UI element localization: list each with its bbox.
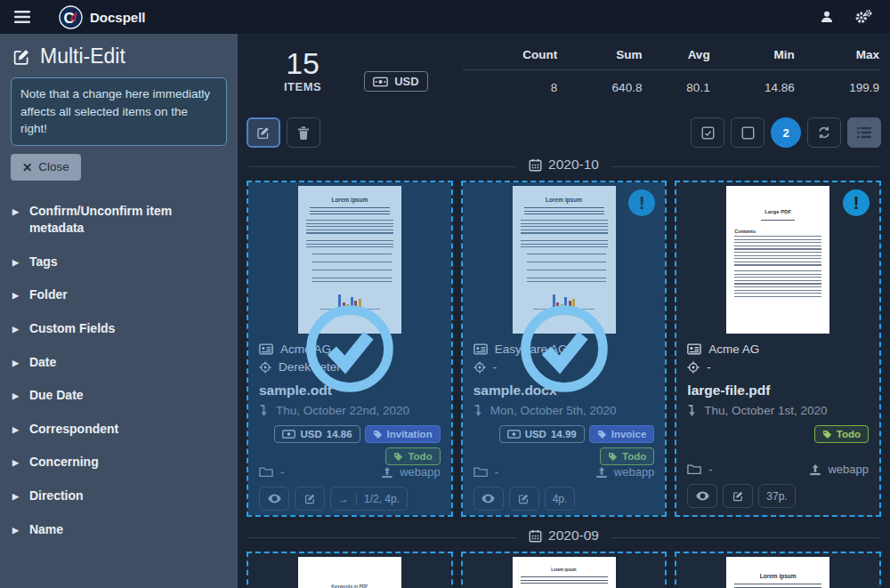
accordion-item-custom-fields[interactable]: ▶ Custom Fields (11, 312, 227, 346)
document-preview[interactable]: Keywords in PDF (248, 553, 451, 588)
accordion-label: Confirm/Unconfirm item metadata (29, 203, 225, 238)
id-card-icon (687, 343, 701, 355)
tag-badge-todo[interactable]: Todo (814, 425, 869, 443)
check-square-icon (701, 126, 715, 140)
close-button-label: Close (38, 160, 69, 173)
document-preview[interactable]: Lorem ipsum (676, 553, 879, 588)
sync-icon (817, 125, 831, 140)
docspell-logo-icon: C d (59, 5, 83, 29)
item-card-sample-odt[interactable]: Lorem ipsum (247, 181, 453, 517)
edit-icon (256, 125, 271, 140)
sidebar-title: Multi-Edit (11, 41, 227, 77)
delete-selected-button[interactable] (287, 117, 320, 148)
preview-doc-title: Keywords in PDF (306, 584, 393, 588)
item-card[interactable]: Keywords in PDF (247, 552, 453, 588)
refresh-button[interactable] (807, 117, 841, 148)
settings-gears-icon[interactable] (854, 9, 872, 25)
svg-text:d: d (70, 10, 77, 23)
accordion-item-direction[interactable]: ▶ Direction (11, 479, 227, 513)
square-icon (741, 126, 755, 140)
item-card-sample-docx[interactable]: ! Lorem ipsum (461, 181, 668, 517)
edit-icon (732, 490, 744, 502)
item-count-value: 15 (284, 48, 321, 80)
selected-count-badge[interactable]: 2 (771, 117, 801, 148)
stats-val-max: 199.9 (797, 70, 881, 106)
caret-right-icon: ▶ (12, 424, 19, 439)
item-badges: Todo (687, 425, 869, 443)
item-card[interactable]: Lorem ipsum (461, 552, 668, 588)
accordion-item-tags[interactable]: ▶ Tags (11, 246, 227, 279)
user-account-icon[interactable] (819, 9, 835, 25)
item-name[interactable]: large-file.pdf (687, 383, 869, 399)
stats-col-avg: Avg (643, 43, 711, 70)
item-date: Thu, October 1st, 2020 (704, 404, 827, 417)
accordion-label: Tags (29, 254, 58, 271)
pages-label: 37p. (766, 490, 787, 503)
accordion-item-confirm-metadata[interactable]: ▶ Confirm/Unconfirm item metadata (11, 195, 227, 246)
caret-right-icon: ▶ (12, 290, 19, 304)
items-content: 15 ITEMS USD Count Sum Avg Min Max 8 640… (238, 34, 890, 588)
item-card-large-file-pdf[interactable]: ! Large PDF Contents Acme AG (675, 181, 881, 517)
hamburger-menu-icon[interactable] (11, 5, 34, 28)
calendar-icon (529, 529, 542, 543)
stats-val-avg: 80.1 (643, 70, 711, 106)
due-alert-icon: ! (843, 189, 870, 216)
document-preview[interactable]: Lorem ipsum (463, 553, 666, 588)
accordion-item-folder[interactable]: ▶ Folder (11, 278, 227, 312)
tag-label: Todo (837, 429, 861, 439)
preview-doc-title: Large PDF (734, 209, 821, 214)
app-title: Docspell (90, 10, 146, 25)
list-view-button[interactable] (847, 117, 881, 148)
multi-edit-note: Note that a change here immediatly affec… (11, 77, 227, 146)
concerning-name: - (707, 360, 711, 374)
multi-edit-toggle-button[interactable] (247, 117, 280, 148)
date-group-header: 2020-10 (247, 157, 881, 176)
currency-badge: USD (364, 71, 427, 92)
accordion-item-concerning[interactable]: ▶ Concerning (11, 446, 227, 479)
arrow-down-icon (687, 404, 697, 417)
source-value: webapp (828, 463, 869, 476)
close-icon: ✕ (22, 160, 32, 174)
accordion-item-due-date[interactable]: ▶ Due Date (11, 379, 227, 413)
caret-right-icon: ▶ (12, 206, 19, 238)
accordion-label: Concerning (29, 454, 99, 471)
app-brand[interactable]: C d Docspell (59, 5, 146, 29)
stats-val-sum: 640.8 (559, 70, 643, 106)
concerning-row: - (687, 360, 869, 374)
caret-right-icon: ▶ (12, 324, 19, 338)
pages-button[interactable]: 37p. (758, 484, 795, 508)
date-group-label: 2020-10 (548, 157, 599, 173)
sidebar-title-text: Multi-Edit (40, 44, 125, 68)
caret-right-icon: ▶ (12, 491, 19, 505)
item-details: Acme AG - large-file.pdf Thu, October 1s… (676, 336, 879, 515)
card-footer: 37p. (687, 484, 869, 508)
item-count-block: 15 ITEMS (284, 48, 321, 93)
top-navbar: C d Docspell (0, 0, 890, 34)
close-button[interactable]: ✕ Close (11, 154, 81, 181)
deselect-all-button[interactable] (731, 117, 765, 148)
tag-icon (822, 430, 832, 439)
list-icon (857, 126, 871, 139)
select-all-button[interactable] (691, 117, 724, 148)
person-crosshair-icon (687, 361, 700, 374)
accordion-item-name[interactable]: ▶ Name (11, 513, 227, 547)
accordion-item-correspondent[interactable]: ▶ Correspondent (11, 413, 227, 447)
correspondent-row: Acme AG (687, 342, 869, 356)
upload-icon (809, 463, 821, 476)
item-date-row: Thu, October 1st, 2020 (687, 404, 869, 417)
preview-eye-button[interactable] (687, 484, 717, 508)
multi-edit-sidebar: Multi-Edit Note that a change here immed… (0, 34, 238, 588)
cards-row-2020-10: Lorem ipsum (247, 181, 881, 517)
items-toolbar: 2 (247, 117, 881, 148)
accordion-label: Date (29, 354, 56, 372)
stats-header: 15 ITEMS USD Count Sum Avg Min Max 8 640… (247, 39, 881, 105)
item-count-label: ITEMS (284, 80, 321, 93)
preview-doc-title: Lorem ipsum (521, 568, 608, 572)
item-card[interactable]: Lorem ipsum (675, 552, 881, 588)
accordion-item-date[interactable]: ▶ Date (11, 346, 227, 380)
caret-right-icon: ▶ (12, 525, 19, 539)
calendar-icon (529, 158, 542, 172)
cards-row-2020-09: Keywords in PDF Lorem ipsum Lorem ipsum (247, 552, 881, 588)
caret-right-icon: ▶ (12, 358, 19, 372)
edit-item-button[interactable] (723, 484, 753, 508)
